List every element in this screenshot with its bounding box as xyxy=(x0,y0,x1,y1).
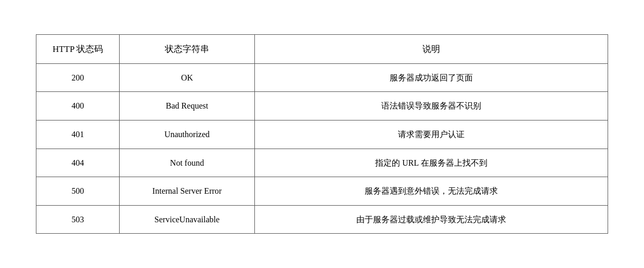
cell-code: 500 xyxy=(36,177,120,206)
table-header-row: HTTP 状态码 状态字符串 说明 xyxy=(36,34,608,63)
cell-status: ServiceUnavailable xyxy=(120,205,255,234)
header-status: 状态字符串 xyxy=(120,34,255,63)
cell-desc: 请求需要用户认证 xyxy=(255,120,608,149)
cell-code: 404 xyxy=(36,149,120,177)
cell-code: 503 xyxy=(36,205,120,234)
cell-status: Unauthorized xyxy=(120,120,255,149)
table-row: 404Not found指定的 URL 在服务器上找不到 xyxy=(36,149,608,177)
cell-status: Bad Request xyxy=(120,92,255,120)
table-row: 503ServiceUnavailable由于服务器过载或维护导致无法完成请求 xyxy=(36,205,608,234)
cell-desc: 服务器遇到意外错误，无法完成请求 xyxy=(255,177,608,206)
cell-code: 401 xyxy=(36,120,120,149)
cell-status: Internal Server Error xyxy=(120,177,255,206)
table-row: 500Internal Server Error服务器遇到意外错误，无法完成请求 xyxy=(36,177,608,206)
cell-desc: 服务器成功返回了页面 xyxy=(255,63,608,92)
cell-status: OK xyxy=(120,63,255,92)
table-row: 200OK服务器成功返回了页面 xyxy=(36,63,608,92)
http-status-table: HTTP 状态码 状态字符串 说明 200OK服务器成功返回了页面400Bad … xyxy=(36,34,608,234)
main-container: HTTP 状态码 状态字符串 说明 200OK服务器成功返回了页面400Bad … xyxy=(36,34,608,234)
cell-desc: 指定的 URL 在服务器上找不到 xyxy=(255,149,608,177)
table-row: 401Unauthorized请求需要用户认证 xyxy=(36,120,608,149)
cell-desc: 由于服务器过载或维护导致无法完成请求 xyxy=(255,205,608,234)
cell-status: Not found xyxy=(120,149,255,177)
header-desc: 说明 xyxy=(255,34,608,63)
table-row: 400Bad Request语法错误导致服务器不识别 xyxy=(36,92,608,120)
cell-code: 400 xyxy=(36,92,120,120)
cell-desc: 语法错误导致服务器不识别 xyxy=(255,92,608,120)
header-code: HTTP 状态码 xyxy=(36,34,120,63)
cell-code: 200 xyxy=(36,63,120,92)
